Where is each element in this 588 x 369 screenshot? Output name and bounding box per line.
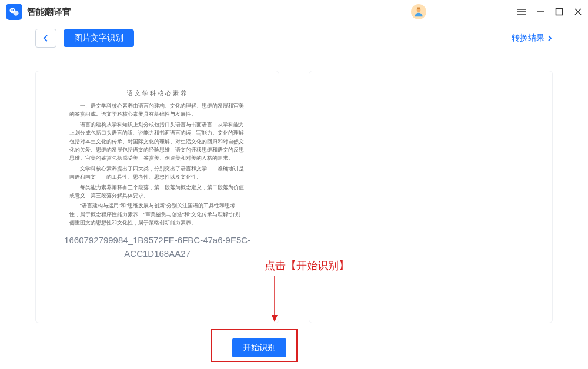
source-panel: 语文学科核心素养 一、语文学科核心素养由语言的建构、文化的理解、思维的发展和审美… [35, 71, 279, 323]
svg-marker-14 [272, 315, 278, 322]
document-preview: 语文学科核心素养 一、语文学科核心素养由语言的建构、文化的理解、思维的发展和审美… [69, 89, 246, 227]
annotation-label: 点击【开始识别】 [265, 259, 349, 273]
svg-rect-5 [417, 8, 420, 9]
result-link-label: 转换结果 [512, 33, 544, 43]
toolbar: 图片文字识别 转换结果 [0, 24, 588, 53]
svg-point-3 [13, 9, 14, 11]
doc-paragraph: 一、语文学科核心素养由语言的建构、文化的理解、思维的发展和审美的鉴赏组成。语文学… [69, 102, 246, 119]
annotation-arrow-icon [270, 276, 282, 323]
menu-icon[interactable] [517, 8, 526, 16]
window-controls [517, 8, 582, 16]
user-avatar[interactable] [411, 4, 426, 19]
doc-paragraph: "语言建构与运用"和"思维发展与创新"分别关注国语的工具性和思考性，属于概念程序… [69, 202, 246, 227]
close-icon[interactable] [574, 8, 582, 16]
svg-point-2 [11, 9, 12, 11]
title-bar: 智能翻译官 [0, 0, 588, 24]
content-area: 语文学科核心素养 一、语文学科核心素养由语言的建构、文化的理解、思维的发展和审美… [0, 53, 588, 323]
filename-label: 1660792799984_1B9572FE-6FBC-47a6-9E5C- A… [48, 234, 267, 260]
chevron-right-icon [547, 35, 553, 41]
svg-rect-10 [556, 9, 563, 15]
app-logo-icon [6, 4, 22, 20]
minimize-icon[interactable] [536, 8, 544, 16]
page-title-badge: 图片文字识别 [64, 29, 134, 47]
doc-paragraph: 文学科核心素养提出了四大类，分别突出了语言和文学——准确地讲是国语和国文——的工… [69, 165, 246, 182]
doc-paragraph: 语言的建构从学科知识上划分成包括口头语言与书面语言；从学科能力上划分成包括口头语… [69, 120, 246, 163]
doc-paragraph: 每类能力素养阐释有三个段落，第一段落为概念定义，第二段落为价值或意义，第三段落分… [69, 183, 246, 200]
doc-heading: 语文学科核心素养 [69, 89, 246, 98]
result-link[interactable]: 转换结果 [512, 33, 553, 43]
app-title: 智能翻译官 [27, 6, 71, 18]
back-button[interactable] [35, 29, 56, 48]
start-recognition-button[interactable]: 开始识别 [232, 338, 286, 357]
maximize-icon[interactable] [555, 8, 563, 16]
result-panel [309, 71, 553, 323]
svg-point-1 [14, 11, 19, 16]
